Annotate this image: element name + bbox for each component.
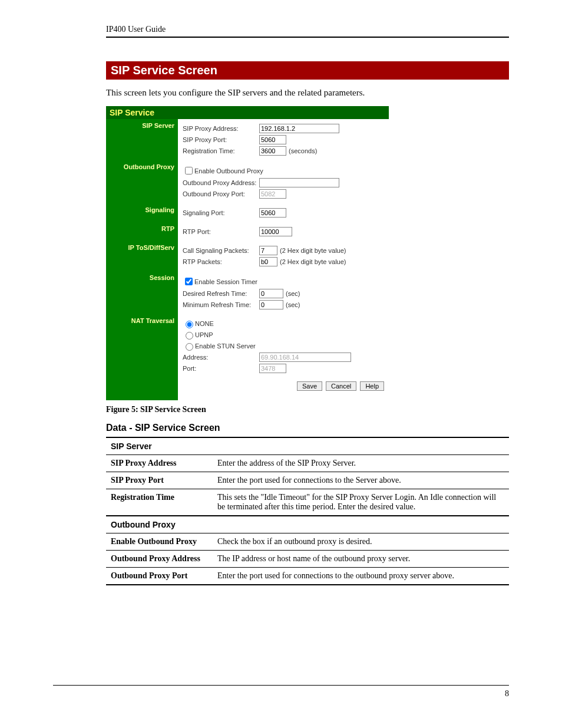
group-label-nat-traversal: NAT Traversal bbox=[106, 314, 178, 378]
suffix-sec-2: (sec) bbox=[286, 301, 300, 308]
group-label-session: Session bbox=[106, 271, 178, 314]
suffix-hex-1: (2 Hex digit byte value) bbox=[280, 247, 346, 254]
radio-nat-stun[interactable] bbox=[186, 343, 193, 351]
input-signaling-port[interactable] bbox=[259, 208, 286, 218]
input-registration-time[interactable] bbox=[259, 146, 286, 156]
label-nat-upnp: UPNP bbox=[195, 331, 213, 338]
sip-service-panel: SIP Service SIP Server SIP Proxy Address… bbox=[106, 106, 389, 400]
suffix-hex-2: (2 Hex digit byte value) bbox=[280, 258, 346, 265]
checkbox-enable-outbound-proxy[interactable] bbox=[185, 167, 193, 174]
checkbox-enable-session-timer[interactable] bbox=[185, 278, 193, 285]
label-stun-address: Address: bbox=[183, 354, 259, 361]
table-section-outbound-proxy: Outbound Proxy bbox=[106, 516, 509, 533]
input-call-signaling-packets[interactable] bbox=[259, 246, 277, 255]
label-call-signaling-packets: Call Signaling Packets: bbox=[183, 247, 259, 254]
doc-header: IP400 User Guide bbox=[106, 25, 166, 34]
input-rtp-port[interactable] bbox=[259, 227, 292, 236]
data-table: SIP Server SIP Proxy Address Enter the a… bbox=[106, 437, 509, 585]
figure-caption: Figure 5: SIP Service Screen bbox=[106, 405, 509, 414]
input-desired-refresh-time[interactable] bbox=[259, 289, 283, 298]
radio-nat-upnp[interactable] bbox=[186, 332, 193, 340]
page-number: 8 bbox=[505, 689, 509, 698]
save-button[interactable]: Save bbox=[297, 381, 322, 391]
input-sip-proxy-address[interactable] bbox=[259, 124, 339, 133]
label-nat-none: NONE bbox=[195, 320, 214, 327]
group-label-signaling: Signaling bbox=[106, 203, 178, 222]
label-enable-session-timer: Enable Session Timer bbox=[194, 278, 257, 285]
group-label-outbound-proxy: Outbound Proxy bbox=[106, 160, 178, 203]
data-section-heading: Data - SIP Service Screen bbox=[106, 423, 509, 433]
panel-title: SIP Service bbox=[106, 106, 389, 119]
table-row: Outbound Proxy Address The IP address or… bbox=[106, 551, 509, 568]
input-stun-port[interactable] bbox=[259, 364, 286, 373]
label-nat-stun: Enable STUN Server bbox=[195, 342, 256, 350]
input-minimum-refresh-time[interactable] bbox=[259, 300, 283, 309]
help-button[interactable]: Help bbox=[360, 381, 384, 391]
group-label-tos: IP ToS/DiffServ bbox=[106, 241, 178, 271]
input-rtp-packets[interactable] bbox=[259, 257, 277, 266]
input-outbound-proxy-port[interactable] bbox=[259, 189, 286, 199]
label-desired-refresh-time: Desired Refresh Time: bbox=[183, 290, 259, 297]
table-row: SIP Proxy Address Enter the address of t… bbox=[106, 455, 509, 472]
table-row: Enable Outbound Proxy Check the box if a… bbox=[106, 533, 509, 551]
table-section-sip-server: SIP Server bbox=[106, 437, 509, 455]
group-label-sip-server: SIP Server bbox=[106, 119, 178, 160]
label-outbound-proxy-port: Outbound Proxy Port: bbox=[183, 190, 259, 197]
group-label-rtp: RTP bbox=[106, 222, 178, 241]
table-row: Registration Time This sets the "Idle Ti… bbox=[106, 489, 509, 516]
suffix-sec-1: (sec) bbox=[286, 290, 300, 297]
label-sip-proxy-port: SIP Proxy Port: bbox=[183, 136, 259, 143]
suffix-seconds: (seconds) bbox=[289, 147, 317, 154]
input-outbound-proxy-address[interactable] bbox=[259, 178, 339, 187]
input-stun-address[interactable] bbox=[259, 353, 351, 362]
label-stun-port: Port: bbox=[183, 365, 259, 372]
label-registration-time: Registration Time: bbox=[183, 147, 259, 154]
radio-nat-none[interactable] bbox=[186, 321, 193, 328]
table-row: SIP Proxy Port Enter the port used for c… bbox=[106, 472, 509, 489]
label-outbound-proxy-address: Outbound Proxy Address: bbox=[183, 179, 259, 186]
label-rtp-packets: RTP Packets: bbox=[183, 258, 259, 265]
table-row: Outbound Proxy Port Enter the port used … bbox=[106, 568, 509, 585]
section-title-bar: SIP Service Screen bbox=[106, 61, 509, 80]
section-intro: This screen lets you configure the SIP s… bbox=[106, 88, 509, 98]
label-rtp-port: RTP Port: bbox=[183, 228, 259, 235]
cancel-button[interactable]: Cancel bbox=[326, 381, 356, 391]
label-sip-proxy-address: SIP Proxy Address: bbox=[183, 125, 259, 132]
label-enable-outbound-proxy: Enable Outbound Proxy bbox=[194, 167, 263, 174]
label-signaling-port: Signaling Port: bbox=[183, 209, 259, 216]
input-sip-proxy-port[interactable] bbox=[259, 135, 286, 144]
label-minimum-refresh-time: Minimum Refresh Time: bbox=[183, 301, 259, 308]
